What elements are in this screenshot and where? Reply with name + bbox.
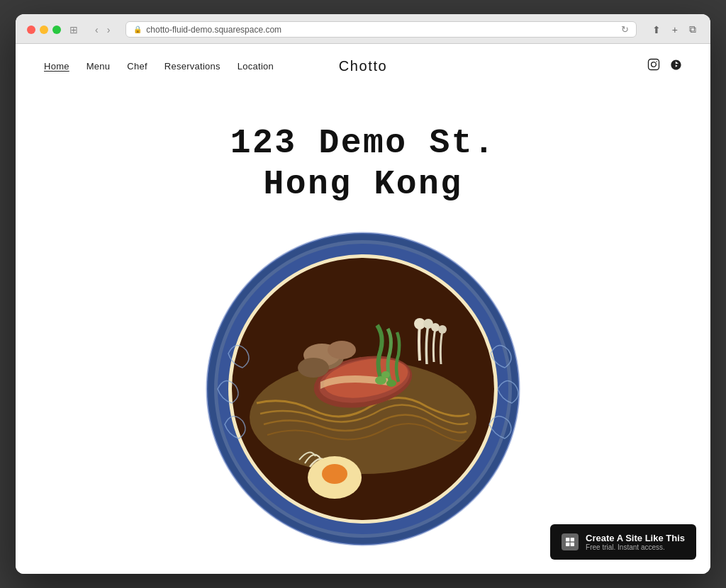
minimize-button[interactable] bbox=[40, 26, 48, 34]
nav-links: Home Menu Chef Reservations Location bbox=[44, 61, 274, 72]
back-button[interactable]: ‹ bbox=[92, 23, 101, 37]
browser-nav: ‹ › bbox=[92, 23, 113, 37]
site-nav: Home Menu Chef Reservations Location Cho… bbox=[16, 44, 710, 88]
reload-button[interactable]: ↻ bbox=[621, 24, 629, 35]
website-content: Home Menu Chef Reservations Location Cho… bbox=[16, 44, 710, 574]
lock-icon: 🔒 bbox=[133, 26, 142, 33]
svg-point-2 bbox=[656, 61, 657, 62]
nav-menu[interactable]: Menu bbox=[86, 61, 111, 72]
svg-point-23 bbox=[386, 380, 396, 387]
svg-rect-27 bbox=[571, 538, 574, 541]
hero-headline: 123 Demo St. Hong Kong bbox=[230, 123, 496, 205]
url-text: chotto-fluid-demo.squarespace.com bbox=[146, 25, 281, 35]
browser-window: ⊞ ‹ › 🔒 chotto-fluid-demo.squarespace.co… bbox=[16, 14, 710, 574]
squarespace-text-block: Create A Site Like This Free trial. Inst… bbox=[586, 533, 685, 551]
squarespace-banner[interactable]: Create A Site Like This Free trial. Inst… bbox=[550, 524, 696, 560]
nav-location[interactable]: Location bbox=[238, 61, 274, 72]
svg-point-10 bbox=[322, 464, 347, 484]
forward-button[interactable]: › bbox=[104, 23, 113, 37]
svg-point-16 bbox=[298, 358, 329, 378]
site-title: Chotto bbox=[339, 58, 388, 74]
hero-line2: Hong Kong bbox=[264, 165, 463, 203]
nav-reservations[interactable]: Reservations bbox=[164, 61, 220, 72]
yelp-icon[interactable] bbox=[670, 59, 682, 74]
address-bar[interactable]: 🔒 chotto-fluid-demo.squarespace.com ↻ bbox=[125, 21, 636, 38]
svg-point-21 bbox=[438, 325, 447, 334]
svg-point-1 bbox=[652, 62, 657, 67]
sidebar-toggle-button[interactable]: ⊞ bbox=[67, 23, 81, 37]
svg-point-24 bbox=[381, 371, 390, 378]
svg-rect-28 bbox=[566, 543, 569, 546]
svg-rect-29 bbox=[571, 543, 574, 546]
nav-social bbox=[647, 58, 682, 74]
close-button[interactable] bbox=[27, 26, 35, 34]
maximize-button[interactable] bbox=[52, 26, 61, 34]
share-button[interactable]: ⬆ bbox=[649, 23, 664, 37]
new-tab-button[interactable]: + bbox=[669, 23, 681, 37]
traffic-lights bbox=[27, 26, 61, 34]
hero-line1: 123 Demo St. bbox=[230, 124, 496, 162]
squarespace-logo bbox=[562, 533, 579, 550]
svg-point-17 bbox=[328, 341, 356, 359]
instagram-icon[interactable] bbox=[647, 58, 660, 74]
browser-actions: ⬆ + ⧉ bbox=[649, 22, 699, 37]
svg-rect-0 bbox=[649, 60, 659, 70]
squarespace-main-text: Create A Site Like This bbox=[586, 533, 685, 543]
nav-chef[interactable]: Chef bbox=[127, 61, 147, 72]
squarespace-sub-text: Free trial. Instant access. bbox=[586, 543, 685, 551]
ramen-bowl-image bbox=[200, 226, 526, 552]
svg-rect-26 bbox=[566, 538, 569, 541]
browser-chrome: ⊞ ‹ › 🔒 chotto-fluid-demo.squarespace.co… bbox=[16, 14, 710, 44]
hero-text: 123 Demo St. Hong Kong bbox=[230, 88, 496, 226]
nav-home[interactable]: Home bbox=[44, 61, 69, 72]
hero-section: 123 Demo St. Hong Kong bbox=[16, 88, 710, 574]
tabs-button[interactable]: ⧉ bbox=[686, 22, 699, 37]
